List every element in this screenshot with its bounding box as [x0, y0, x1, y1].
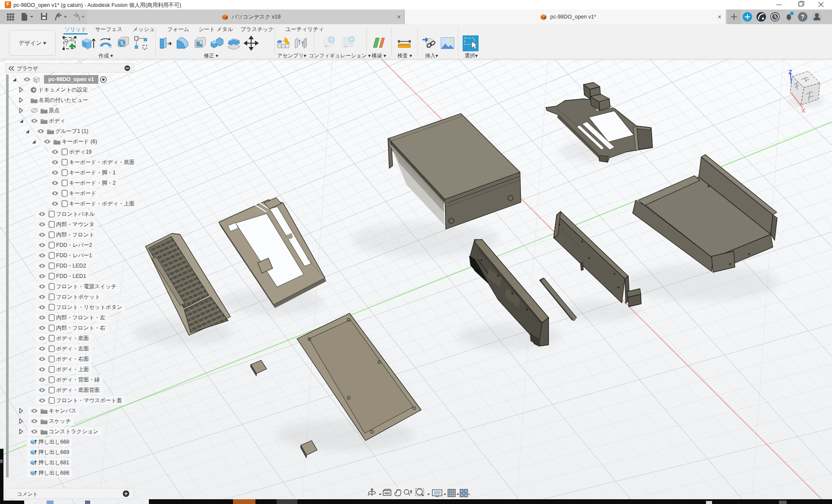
svg-text:?: ?	[801, 13, 805, 20]
svg-text:Z: Z	[788, 69, 792, 76]
svg-text:X: X	[801, 107, 806, 114]
